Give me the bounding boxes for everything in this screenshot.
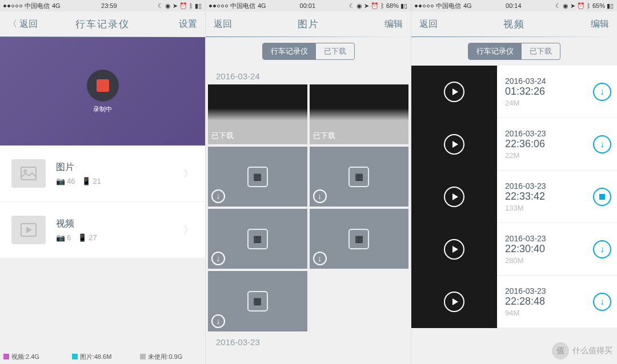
battery-icon: ▮▯ xyxy=(195,2,202,10)
live-preview[interactable]: 录制中 xyxy=(0,37,205,145)
settings-button[interactable]: 设置 xyxy=(179,18,197,30)
video-time: 22:36:06 xyxy=(505,138,593,150)
download-button[interactable]: ↓ xyxy=(593,240,611,258)
chevron-left-icon: 〈 xyxy=(8,18,17,30)
play-icon xyxy=(444,82,464,102)
status-bar: 中国电信 4G 00:14 ☾ ◉ ➤ ⏰ ᛒ 65% ▮▯ xyxy=(411,0,617,11)
watermark-text: 什么值得买 xyxy=(572,346,612,356)
clock: 00:01 xyxy=(300,2,316,9)
stop-icon xyxy=(97,79,109,92)
download-icon[interactable]: ↓ xyxy=(211,189,225,203)
phone-count: 📱 21 xyxy=(82,177,101,185)
video-time: 22:28:48 xyxy=(505,296,593,308)
photo-thumbnail[interactable]: ▦↓ xyxy=(310,147,409,207)
download-icon[interactable]: ↓ xyxy=(211,252,225,265)
stop-icon xyxy=(599,194,605,200)
video-date: 2016-03-23 xyxy=(505,129,593,138)
back-button[interactable]: 返回 xyxy=(214,18,232,30)
storage-swatch-photo xyxy=(72,354,78,359)
play-icon xyxy=(444,134,464,155)
video-row[interactable]: 2016-03-2322:33:42133M xyxy=(411,171,617,223)
page-title: 行车记录仪 xyxy=(75,18,130,31)
photo-thumbnail[interactable]: 已下载 xyxy=(208,84,307,144)
play-icon xyxy=(444,239,464,260)
network-label: 4G xyxy=(463,2,472,9)
download-icon[interactable]: ↓ xyxy=(313,189,327,203)
video-size: 22M xyxy=(505,151,593,160)
menu-item-photos[interactable]: 图片 📷 46 📱 21 〉 xyxy=(0,145,205,202)
seg-downloaded[interactable]: 已下载 xyxy=(316,43,354,59)
nav-bar: 返回 视频 编辑 xyxy=(411,11,617,37)
photo-icon xyxy=(11,159,46,188)
screen-photos: 中国电信 4G 00:01 ☾ ◉ ➤ ⏰ ᛒ 68% ▮▯ 返回 图片 编辑 … xyxy=(206,0,411,364)
video-thumbnail[interactable] xyxy=(411,171,497,223)
download-button[interactable]: ↓ xyxy=(593,83,611,101)
video-row[interactable]: 2016-03-2322:36:0622M↓ xyxy=(411,118,617,171)
carrier-label: 中国电信 xyxy=(25,2,50,10)
video-row[interactable]: 2016-03-2322:28:4894M↓ xyxy=(411,276,617,328)
photo-thumbnail[interactable]: ▦↓ xyxy=(208,147,307,207)
network-label: 4G xyxy=(258,2,266,9)
video-thumbnail[interactable] xyxy=(411,118,497,171)
bluetooth-icon: ᛒ xyxy=(380,2,384,9)
record-button[interactable] xyxy=(87,70,119,102)
video-size: 94M xyxy=(505,309,593,317)
photo-thumbnail[interactable]: 已下载 xyxy=(310,84,409,144)
menu-title: 视频 xyxy=(56,218,183,230)
network-label: 4G xyxy=(52,2,61,9)
edit-button[interactable]: 编辑 xyxy=(384,18,403,30)
recording-label: 录制中 xyxy=(93,105,112,114)
seg-dashcam[interactable]: 行车记录仪 xyxy=(263,43,316,59)
video-date: 2016-03-23 xyxy=(505,234,593,243)
photo-thumbnail[interactable]: ▦↓ xyxy=(208,209,307,269)
storage-free-label: 未使用:0.9G xyxy=(148,353,182,361)
battery-label: 65% xyxy=(592,2,605,9)
chevron-right-icon: 〉 xyxy=(183,223,194,237)
photo-thumbnail[interactable]: ▦↓ xyxy=(208,271,307,331)
back-button[interactable]: 〈返回 xyxy=(8,18,38,30)
download-icon[interactable]: ↓ xyxy=(313,252,327,265)
download-button[interactable]: ↓ xyxy=(593,135,611,153)
storage-photo-label: 图片:48.6M xyxy=(80,353,112,361)
menu-item-videos[interactable]: 视频 📷 6 📱 27 〉 xyxy=(0,202,205,258)
status-bar: 中国电信 4G 23:59 ☾ ◉ ➤ ⏰ ᛒ ▮▯ xyxy=(0,0,205,11)
video-time: 22:30:40 xyxy=(505,243,593,255)
screen-dashcam-home: 中国电信 4G 23:59 ☾ ◉ ➤ ⏰ ᛒ ▮▯ 〈返回 行车记录仪 设置 … xyxy=(0,0,206,364)
video-size: 133M xyxy=(505,204,593,212)
seg-downloaded[interactable]: 已下载 xyxy=(522,43,560,59)
download-icon: ↓ xyxy=(600,297,604,307)
video-thumbnail[interactable] xyxy=(411,276,497,328)
download-icon[interactable]: ↓ xyxy=(211,314,225,328)
stop-download-button[interactable] xyxy=(593,188,611,206)
back-button[interactable]: 返回 xyxy=(419,18,438,30)
moon-icon: ☾ xyxy=(555,2,561,10)
segmented-control: 行车记录仪 已下载 xyxy=(468,43,560,60)
clock: 00:14 xyxy=(506,2,522,9)
video-thumbnail[interactable] xyxy=(411,223,497,276)
indicator-icon: ◉ xyxy=(563,2,568,10)
download-button[interactable]: ↓ xyxy=(593,293,611,311)
photo-thumbnail[interactable]: ▦↓ xyxy=(310,209,409,269)
location-icon: ➤ xyxy=(570,2,575,10)
moon-icon: ☾ xyxy=(349,2,355,10)
device-count: 📷 46 xyxy=(56,177,75,185)
play-icon xyxy=(444,187,464,207)
signal-icon xyxy=(415,5,434,7)
film-icon: ▦ xyxy=(247,291,268,312)
storage-swatch-video xyxy=(3,354,9,359)
video-row[interactable]: 2016-03-2322:30:40280M↓ xyxy=(411,223,617,276)
location-icon: ➤ xyxy=(364,2,369,10)
storage-video-label: 视频:2.4G xyxy=(11,353,39,361)
download-icon: ↓ xyxy=(600,87,604,97)
watermark: 值 什么值得买 xyxy=(552,342,612,359)
video-thumbnail[interactable] xyxy=(411,66,497,118)
video-row[interactable]: 2016-03-2401:32:2624M↓ xyxy=(411,66,617,118)
seg-dashcam[interactable]: 行车记录仪 xyxy=(468,43,522,59)
menu-title: 图片 xyxy=(56,161,183,173)
download-icon: ↓ xyxy=(600,139,604,149)
carrier-label: 中国电信 xyxy=(230,2,255,10)
alarm-icon: ⏰ xyxy=(179,2,187,10)
edit-button[interactable]: 编辑 xyxy=(591,18,609,30)
video-date: 2016-03-23 xyxy=(505,181,593,191)
storage-bar: 视频:2.4G 图片:48.6M 未使用:0.9G xyxy=(0,349,205,364)
